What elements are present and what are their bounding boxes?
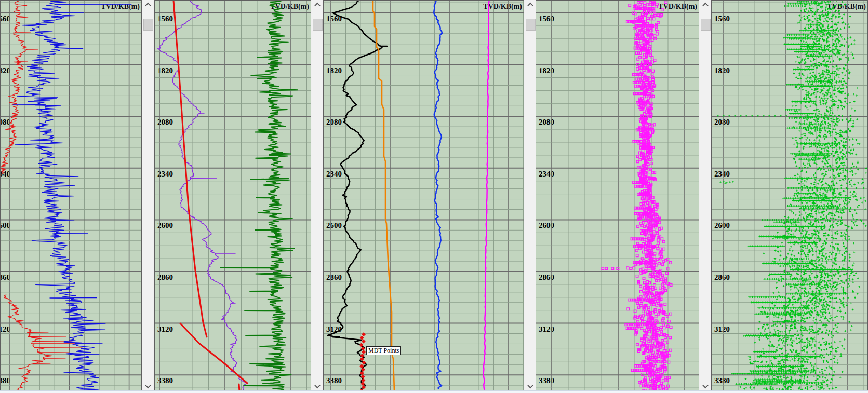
track-2-plot-area[interactable]: TVD/KB(m)1560182020802340260028603120338… [154, 0, 311, 390]
track-4-scroll-down-button[interactable] [700, 382, 711, 390]
track-1-scroll-up-button[interactable] [142, 0, 153, 9]
track-1-canvas [1, 1, 142, 390]
track-5-plot-area[interactable]: TVD/KB(m)1560182020802340260028603120338… [711, 0, 868, 390]
chevron-down-icon [702, 382, 708, 388]
chevron-down-icon [314, 382, 320, 388]
track-3-scroll-down-button[interactable] [525, 382, 536, 390]
chevron-down-icon [145, 382, 151, 388]
chevron-up-icon [145, 2, 151, 8]
track-5-canvas [712, 1, 868, 390]
track-4-scrollbar-thumb[interactable] [701, 19, 711, 31]
chevron-up-icon [314, 2, 320, 8]
well-log-viewer: TVD/KB(m)1560182020802340260028603120338… [0, 0, 868, 393]
track-4-canvas [536, 1, 699, 390]
track-2-vertical-scrollbar[interactable] [312, 0, 323, 390]
track-3-vertical-scrollbar[interactable] [525, 0, 536, 390]
track-4-plot-area[interactable]: TVD/KB(m)1560182020802340260028603120338… [535, 0, 699, 390]
chevron-down-icon [527, 382, 533, 388]
track-2-scrollbar-thumb[interactable] [313, 19, 323, 31]
window-bottom-strip [0, 390, 868, 393]
track-1-scroll-down-button[interactable] [142, 382, 153, 390]
track-3-scrollbar-thumb[interactable] [526, 19, 536, 31]
track-3-scroll-up-button[interactable] [525, 0, 536, 9]
track-3-canvas [324, 1, 524, 390]
chevron-up-icon [527, 2, 533, 8]
track-4-vertical-scrollbar[interactable] [700, 0, 711, 390]
track-2-scroll-down-button[interactable] [312, 382, 323, 390]
track-1-plot-area[interactable]: TVD/KB(m)1560182020802340260028603120338… [0, 0, 142, 390]
mdt-points-annotation: MDT Points [366, 346, 401, 355]
track-4-scroll-up-button[interactable] [700, 0, 711, 9]
chevron-up-icon [702, 2, 708, 8]
track-1-scrollbar-thumb[interactable] [143, 19, 153, 31]
track-2-canvas [155, 1, 311, 390]
track-2-scroll-up-button[interactable] [312, 0, 323, 9]
track-3-plot-area[interactable]: TVD/KB(m)1560182020802340260028603120338… [323, 0, 524, 390]
track-1-vertical-scrollbar[interactable] [142, 0, 153, 390]
